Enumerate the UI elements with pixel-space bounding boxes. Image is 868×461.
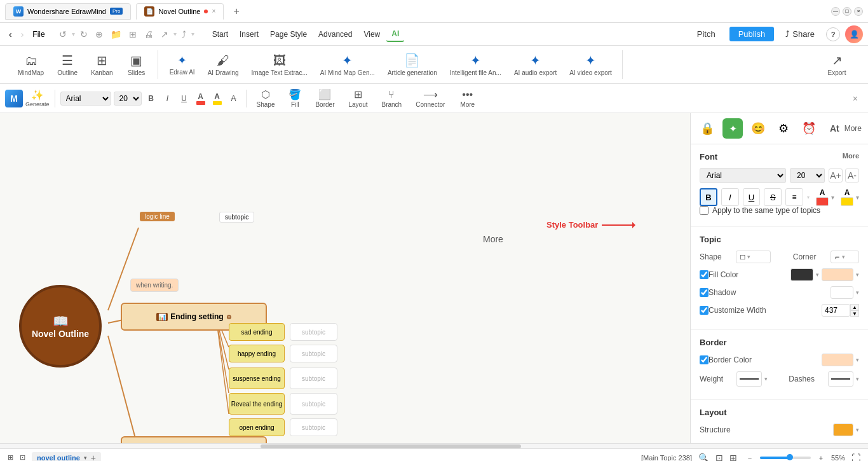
view-mode-icon2[interactable]: ⊡ [715, 453, 723, 462]
suspense-ending-subtopic[interactable]: subtopic [290, 368, 337, 389]
tab-novel-outline[interactable]: novel outline [37, 454, 80, 462]
border-color-swatch[interactable] [822, 354, 853, 366]
fill-dark-arrow[interactable]: ▾ [816, 272, 819, 278]
new-tab-button[interactable]: + [229, 4, 244, 19]
forward-button[interactable]: › [17, 28, 28, 41]
weight-arrow[interactable]: ▾ [764, 376, 768, 382]
save-btn[interactable]: ⊕ [93, 28, 105, 41]
fill-tool-btn[interactable]: 🪣 Fill [283, 87, 306, 109]
shadow-checkbox[interactable] [700, 288, 709, 297]
shadow-arrow[interactable]: ▾ [856, 289, 859, 296]
edraw-ai-tool[interactable]: ✦ Edraw AI [165, 51, 200, 78]
panel-more-label[interactable]: More [844, 124, 862, 133]
emoji-panel-icon[interactable]: 😊 [748, 118, 768, 139]
ending-expand-icon[interactable]: ⊕ [226, 313, 231, 320]
pitch-button[interactable]: Pitch [688, 27, 724, 41]
redo-btn[interactable]: ↻ [78, 28, 90, 41]
image-text-tool[interactable]: 🖼 Image Text Extrac... [247, 51, 313, 79]
help-button[interactable]: ? [826, 27, 840, 41]
print-btn[interactable]: 🖨 [142, 28, 156, 41]
undo-btn[interactable]: ↺ [57, 28, 69, 41]
reveal-ending-subtopic[interactable]: subtopic [290, 393, 337, 415]
ai-mindmap-tool[interactable]: ✦ AI Mind Map Gen... [315, 50, 380, 79]
add-tab-btn[interactable]: + [91, 453, 96, 462]
minimize-button[interactable]: — [831, 7, 840, 16]
maximize-button[interactable]: □ [843, 7, 851, 16]
tab-close-btn[interactable]: × [212, 8, 215, 15]
menu-page-style[interactable]: Page Style [265, 27, 312, 41]
lock-panel-icon[interactable]: 🔒 [697, 118, 717, 139]
close-button[interactable]: × [854, 7, 863, 16]
view-mode-icon1[interactable]: 🔍 [698, 453, 709, 462]
border-tool-btn[interactable]: ⬜ Border [310, 87, 339, 109]
font-color-arrow[interactable]: ▾ [831, 194, 834, 201]
zoom-handle[interactable] [787, 454, 793, 460]
dashes-select-btn[interactable] [828, 371, 853, 387]
size-decrease-btn[interactable]: A- [845, 169, 859, 182]
bold-button[interactable]: B [144, 92, 158, 106]
clock-panel-icon[interactable]: ⏰ [799, 118, 819, 139]
structure-swatch[interactable] [833, 423, 853, 436]
publish-button[interactable]: Publish [729, 27, 775, 41]
sad-ending-node[interactable]: sad ending [229, 323, 285, 341]
share-button[interactable]: ⤴ Share [779, 27, 821, 41]
app-tab[interactable]: W Wondershare EdrawMind Pro [5, 3, 131, 20]
mindmap-tool[interactable]: 🗂 MindMap [13, 51, 49, 79]
size-increase-btn[interactable]: A+ [829, 169, 843, 182]
happy-ending-node[interactable]: happy ending [229, 345, 285, 362]
fill-light-swatch[interactable] [822, 268, 853, 281]
audio-tool[interactable]: ✦ AI audio export [509, 50, 562, 79]
size-selector[interactable]: 20 [114, 92, 142, 106]
panel-highlight-btn[interactable]: A [841, 188, 853, 206]
happy-ending-subtopic[interactable]: subtopic [290, 345, 337, 362]
width-up-btn[interactable]: ▲ [850, 304, 859, 310]
fill-light-arrow[interactable]: ▾ [856, 272, 859, 278]
sad-ending-subtopic[interactable]: subtopic [290, 323, 337, 341]
slides-tool[interactable]: ▣ Slides [121, 50, 153, 79]
later-modifications-node[interactable]: ✏ Later modifications and improvements ⊕ [121, 436, 267, 443]
weight-select-btn[interactable] [736, 371, 762, 387]
panel-size-select[interactable]: 20 [790, 168, 825, 183]
customize-width-checkbox[interactable] [700, 306, 709, 315]
font-selector[interactable]: Arial [60, 92, 111, 106]
outline-tool[interactable]: ☰ Outline [51, 50, 83, 79]
template-btn[interactable]: ⊞ [126, 28, 139, 41]
panel-font-select[interactable]: Arial [700, 168, 786, 183]
font-more-btn[interactable]: More [843, 152, 859, 162]
apply-same-checkbox[interactable] [700, 206, 709, 215]
panel-italic-btn[interactable]: I [721, 188, 739, 206]
center-node[interactable]: 📖 Novel Outline [19, 285, 102, 368]
h-scroll-thumb[interactable] [261, 444, 521, 448]
structure-arrow[interactable]: ▾ [856, 427, 859, 433]
export-tool[interactable]: ↗ Export [821, 50, 860, 79]
view-mode-icon3[interactable]: ⊞ [729, 453, 737, 462]
underline-button[interactable]: U [177, 92, 191, 106]
shape-select-btn[interactable]: □ ▾ [736, 251, 771, 263]
panel-underline-btn[interactable]: U [743, 188, 761, 206]
intelligent-tool[interactable]: ✦ Intelligent file An... [445, 50, 506, 79]
menu-start[interactable]: Start [207, 27, 233, 41]
highlight-arrow[interactable]: ▾ [856, 194, 859, 201]
user-avatar[interactable]: 👤 [845, 25, 863, 43]
open-btn[interactable]: 📁 [108, 28, 124, 41]
file-menu[interactable]: File [29, 29, 48, 40]
corner-select-btn[interactable]: ⌐ ▾ [831, 251, 859, 263]
expand-status-icon[interactable]: ⊞ [8, 453, 13, 461]
article-tool[interactable]: 📄 Article generation [383, 50, 442, 79]
zoom-slider[interactable] [760, 457, 811, 459]
export-arrow-btn[interactable]: ↗ [158, 28, 171, 41]
fullscreen-btn[interactable]: ⛶ [851, 453, 860, 462]
canvas[interactable]: logic line subtopic 📖 Novel Outline when… [0, 113, 690, 443]
border-color-arrow[interactable]: ▾ [856, 357, 859, 363]
kanban-tool[interactable]: ⊞ Kanban [86, 50, 118, 79]
sparkle-panel-icon[interactable]: ✦ [722, 118, 743, 139]
dashes-arrow[interactable]: ▾ [856, 376, 859, 382]
zoom-in-btn[interactable]: + [815, 451, 827, 462]
panel-strikethrough-btn[interactable]: S [764, 188, 782, 206]
generate-button[interactable]: ✨ Generate [25, 89, 50, 107]
menu-advanced[interactable]: Advanced [313, 27, 357, 41]
width-down-btn[interactable]: ▼ [850, 310, 859, 317]
suspense-ending-node[interactable]: suspense ending [229, 368, 285, 389]
more-format-btn[interactable]: ••• More [455, 88, 480, 109]
menu-ai[interactable]: AI [386, 27, 404, 42]
